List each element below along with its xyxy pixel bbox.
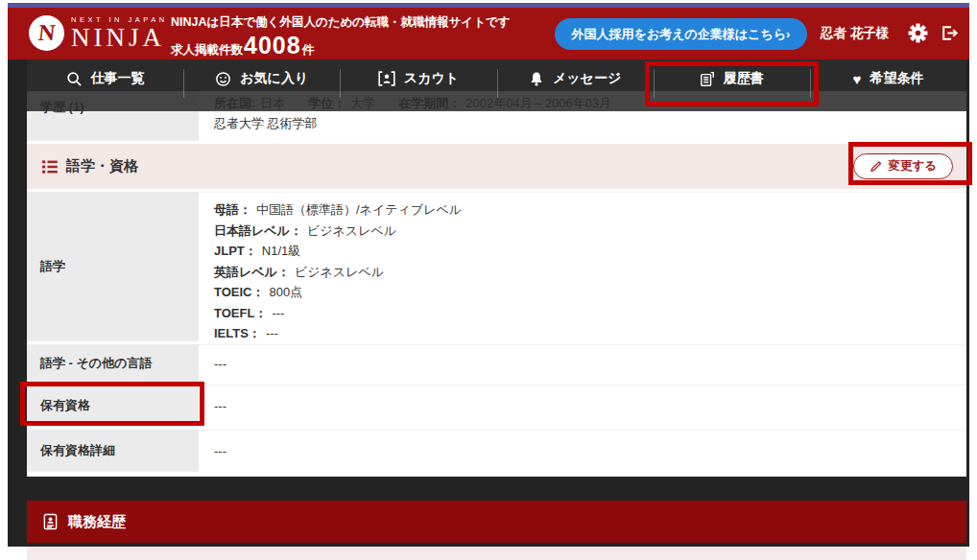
language-value: 母語：中国語（標準語）/ネイティブレベル 日本語レベル：ビジネスレベル JLPT…	[199, 192, 966, 341]
logo-text: NEXT IN JAPAN NINJA	[71, 12, 168, 51]
nav-label: スカウト	[404, 70, 459, 87]
certifications-detail-value: ---	[199, 430, 966, 472]
resume-table: 学歴 (1) 所在国:日本学位：大学在学期間：2002年04月～2006年03月…	[27, 91, 966, 477]
message-bell-icon	[529, 71, 544, 87]
employer-cta-button[interactable]: 外国人採用をお考えの企業様はこちら›	[555, 18, 807, 50]
logout-icon[interactable]	[941, 24, 959, 42]
nav-item-favorites[interactable]: お気に入り	[183, 59, 340, 111]
other-languages-label: 語学 - その他の言語	[27, 344, 199, 382]
heart-icon: ♥	[852, 72, 861, 86]
work-history-section-header: 職務経歴	[27, 501, 966, 543]
nav-item-resume[interactable]: 履歴書	[654, 59, 810, 111]
site-header: N NEXT IN JAPAN NINJA NINJAは日本で働く外国人のための…	[8, 8, 969, 59]
language-label: 語学	[27, 192, 199, 341]
jobs-count-unit: 件	[302, 42, 315, 58]
jobs-count-line: 求人掲載件数 4008 件	[171, 32, 511, 59]
site-tagline: NINJAは日本で働く外国人のための転職・就職情報サイトです 求人掲載件数 40…	[171, 14, 511, 59]
next-section-strip	[27, 547, 966, 560]
nav-label: 仕事一覧	[91, 70, 145, 87]
ninja-logo-mark-icon: N	[29, 15, 64, 51]
main-nav: 仕事一覧 お気に入り スカウト	[27, 59, 966, 111]
education-school: 忍者大学 忍術学部	[214, 113, 966, 133]
jobs-count-value: 4008	[244, 32, 301, 59]
favorite-smiley-icon	[215, 71, 231, 87]
resume-document-icon	[700, 71, 715, 87]
nav-label: 履歴書	[724, 70, 764, 87]
user-name[interactable]: 忍者 花子様	[821, 8, 889, 59]
language-row: 語学 母語：中国語（標準語）/ネイティブレベル 日本語レベル：ビジネスレベル J…	[27, 192, 966, 341]
ninja-resume-page: N NEXT IN JAPAN NINJA NINJAは日本で働く外国人のための…	[0, 0, 977, 560]
nav-item-scout[interactable]: スカウト	[340, 59, 496, 111]
certifications-label: 保有資格	[27, 385, 199, 427]
language-section-header: 語学・資格 変更する	[27, 144, 966, 189]
nav-label: お気に入り	[240, 70, 308, 87]
nav-label: 希望条件	[870, 70, 923, 87]
gear-icon[interactable]	[908, 23, 928, 43]
search-icon	[66, 71, 83, 87]
certifications-row: 保有資格 ---	[27, 385, 966, 427]
tagline-text: NINJAは日本で働く外国人のための転職・就職情報サイトです	[171, 14, 511, 31]
ninja-logo[interactable]: N NEXT IN JAPAN NINJA	[29, 12, 168, 51]
nav-item-preferences[interactable]: ♥ 希望条件	[810, 59, 966, 111]
nav-item-jobs[interactable]: 仕事一覧	[27, 59, 183, 111]
scout-person-icon	[378, 71, 395, 86]
certifications-detail-row: 保有資格詳細 ---	[27, 430, 966, 472]
nav-item-messages[interactable]: メッセージ	[497, 59, 654, 111]
work-history-icon	[42, 513, 59, 530]
other-languages-value: ---	[199, 344, 966, 382]
jobs-count-label: 求人掲載件数	[171, 42, 243, 58]
certifications-detail-label: 保有資格詳細	[27, 430, 199, 472]
nav-label: メッセージ	[553, 70, 621, 87]
other-languages-row: 語学 - その他の言語 ---	[27, 344, 966, 382]
work-history-title: 職務経歴	[68, 513, 126, 531]
logo-name: NINJA	[71, 24, 168, 51]
list-icon	[42, 159, 58, 175]
certifications-value: ---	[199, 385, 966, 427]
language-section-title: 語学・資格	[66, 157, 138, 175]
change-button[interactable]: 変更する	[853, 153, 953, 179]
